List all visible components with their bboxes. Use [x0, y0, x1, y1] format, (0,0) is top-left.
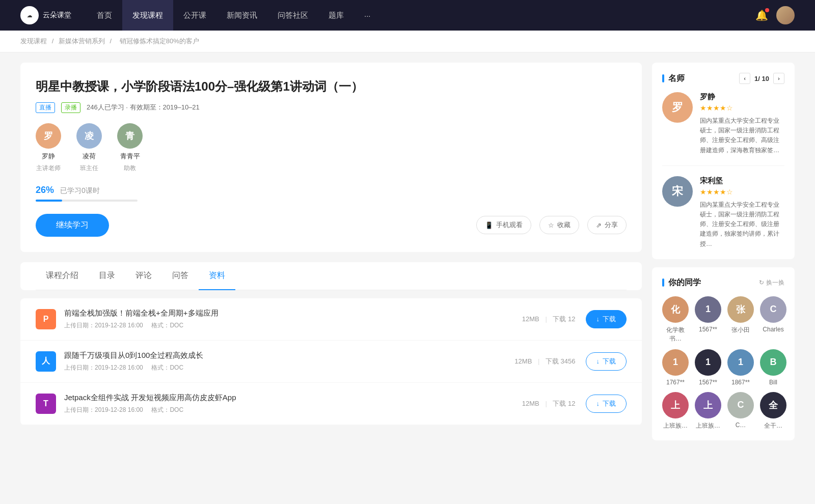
file-item-1: 人 跟随千万级项目从0到100全过程高效成长 上传日期：2019-12-28 1… [20, 341, 642, 383]
classmates-grid: 化 化学教书… 1 1567** 张 张小田 C Charles 1 176 [662, 296, 784, 430]
nav-items: 首页 发现课程 公开课 新闻资讯 问答社区 题库 ··· [87, 0, 755, 31]
tab-intro[interactable]: 课程介绍 [36, 262, 89, 290]
sidebar: 名师 ‹ 1/ 10 › 罗 罗静 ★★★★☆ 国内某重点大学安全工程专业硕士，… [652, 63, 795, 449]
file-format-1: 格式：DOC [151, 364, 183, 371]
share-button[interactable]: ⇗ 分享 [587, 216, 627, 234]
classmate-avatar-0: 化 [662, 296, 689, 323]
classmate-0[interactable]: 化 化学教书… [662, 296, 689, 343]
teacher-name-0: 罗静 [42, 152, 55, 161]
classmate-avatar-7: B [760, 349, 786, 376]
teacher-card-1: 宋 宋利坚 ★★★★☆ 国内某重点大学安全工程专业硕士，国家一级注册消防工程师、… [662, 176, 784, 249]
classmate-name-7: Bill [769, 379, 777, 386]
download-button-1[interactable]: ↓ 下载 [586, 352, 627, 371]
tag-recorded: 录播 [61, 102, 80, 113]
tab-qa[interactable]: 问答 [162, 262, 199, 290]
classmate-1[interactable]: 1 1567** [695, 296, 721, 343]
classmate-avatar-10: C [727, 392, 754, 418]
file-name-2: Jetpack全组件实战 开发短视频应用高仿皮皮虾App [64, 393, 522, 403]
breadcrumb: 发现课程 / 新媒体营销系列 / 销冠修炼术搞定80%的客户 [0, 31, 815, 52]
classmate-avatar-3: C [760, 296, 786, 323]
teacher-card-name-1: 宋利坚 [700, 176, 784, 186]
course-meta-text: 246人已学习 · 有效期至：2019–10–21 [87, 103, 200, 112]
progress-bar-bg [36, 200, 138, 202]
nav-item-more[interactable]: ··· [354, 0, 381, 31]
progress-section: 26% 已学习0课时 [36, 185, 627, 202]
continue-study-button[interactable]: 继续学习 [36, 214, 109, 237]
classmate-2[interactable]: 张 张小田 [727, 296, 754, 343]
download-button-0[interactable]: ↓ 下载 [586, 310, 627, 328]
share-label: 分享 [605, 220, 618, 230]
star-icon: ☆ [548, 221, 554, 229]
file-date-0: 上传日期：2019-12-28 16:00 [64, 322, 143, 329]
logo[interactable]: ☁ 云朵课堂 [20, 6, 71, 24]
notification-bell[interactable]: 🔔 [755, 9, 768, 21]
collect-label: 收藏 [557, 220, 570, 230]
classmate-name-9: 上班族… [696, 422, 720, 430]
teacher-card-info-1: 宋利坚 ★★★★☆ 国内某重点大学安全工程专业硕士，国家一级注册消防工程师、注册… [700, 176, 784, 249]
prev-teacher-button[interactable]: ‹ [739, 73, 750, 84]
share-icon: ⇗ [596, 221, 602, 229]
breadcrumb-discover[interactable]: 发现课程 [20, 37, 47, 45]
file-name-0: 前端全栈加强版！前端全栈+全周期+多端应用 [64, 309, 522, 318]
breadcrumb-series[interactable]: 新媒体营销系列 [59, 37, 105, 45]
collect-button[interactable]: ☆ 收藏 [539, 216, 579, 234]
nav-item-qa[interactable]: 问答社区 [267, 0, 318, 31]
classmate-7[interactable]: B Bill [760, 349, 786, 386]
refresh-classmates-button[interactable]: ↻ 换一换 [759, 278, 784, 287]
file-info-0: 前端全栈加强版！前端全栈+全周期+多端应用 上传日期：2019-12-28 16… [64, 309, 522, 330]
classmate-6[interactable]: 1 1867** [727, 349, 754, 386]
nav-item-open[interactable]: 公开课 [173, 0, 216, 31]
classmate-name-1: 1567** [699, 326, 717, 333]
teacher-role-2: 助教 [124, 164, 136, 173]
nav-item-discover[interactable]: 发现课程 [122, 0, 173, 31]
classmate-8[interactable]: 上 上班族… [662, 392, 689, 430]
mobile-label: 手机观看 [496, 220, 523, 230]
file-size-1: 12MB | 下载 3456 [514, 357, 575, 366]
teacher-avatar-0: 罗 [36, 123, 61, 149]
classmate-avatar-8: 上 [662, 392, 689, 418]
classmate-10[interactable]: C C… [727, 392, 754, 430]
bell-dot [765, 8, 769, 12]
classmate-avatar-11: 全 [760, 392, 786, 418]
download-icon-1: ↓ [596, 357, 600, 365]
file-item-0: P 前端全栈加强版！前端全栈+全周期+多端应用 上传日期：2019-12-28 … [20, 298, 642, 341]
nav-item-news[interactable]: 新闻资讯 [216, 0, 267, 31]
teachers-label: 名师 [668, 73, 685, 84]
teachers-pagination: ‹ 1/ 10 › [739, 73, 784, 84]
mobile-watch-button[interactable]: 📱 手机观看 [476, 216, 531, 234]
teacher-stars-1: ★★★★☆ [700, 188, 784, 196]
tab-review[interactable]: 评论 [125, 262, 162, 290]
classmate-avatar-6: 1 [727, 349, 754, 376]
progress-percent: 26% [36, 185, 54, 195]
classmate-5[interactable]: 1 1567** [695, 349, 721, 386]
download-button-2[interactable]: ↓ 下载 [586, 395, 627, 413]
nav-right: 🔔 [755, 6, 795, 24]
classmate-avatar-2: 张 [727, 296, 754, 323]
teachers-sidebar-card: 名师 ‹ 1/ 10 › 罗 罗静 ★★★★☆ 国内某重点大学安全工程专业硕士，… [652, 63, 795, 259]
teacher-item-1: 凌 凌荷 班主任 [76, 123, 102, 173]
next-teacher-button[interactable]: › [773, 73, 784, 84]
file-size-2: 12MB | 下载 12 [522, 399, 576, 408]
file-size-0: 12MB | 下载 12 [522, 315, 576, 324]
classmate-name-2: 张小田 [731, 326, 750, 334]
classmates-card: 你的同学 ↻ 换一换 化 化学教书… 1 1567** 张 张小田 [652, 267, 795, 440]
nav-item-home[interactable]: 首页 [87, 0, 122, 31]
file-icon-1: 人 [36, 351, 56, 372]
teacher-item-0: 罗 罗静 主讲老师 [36, 123, 61, 173]
tab-catalog[interactable]: 目录 [89, 262, 125, 290]
teacher-avatar-2: 青 [117, 123, 143, 149]
classmate-11[interactable]: 全 全干… [760, 392, 786, 430]
classmate-name-6: 1867** [731, 379, 750, 386]
nav-item-exam[interactable]: 题库 [318, 0, 354, 31]
classmate-9[interactable]: 上 上班族… [695, 392, 721, 430]
classmates-title: 你的同学 [662, 277, 701, 288]
teacher-card-info-0: 罗静 ★★★★☆ 国内某重点大学安全工程专业硕士，国家一级注册消防工程师、注册安… [700, 92, 784, 155]
file-item-2: T Jetpack全组件实战 开发短视频应用高仿皮皮虾App 上传日期：2019… [20, 383, 642, 425]
user-avatar[interactable] [776, 6, 795, 24]
file-info-2: Jetpack全组件实战 开发短视频应用高仿皮皮虾App 上传日期：2019-1… [64, 393, 522, 414]
file-meta-1: 上传日期：2019-12-28 16:00 格式：DOC [64, 363, 514, 372]
teacher-item-2: 青 青青平 助教 [117, 123, 143, 173]
tab-materials[interactable]: 资料 [199, 262, 235, 290]
classmate-4[interactable]: 1 1767** [662, 349, 689, 386]
classmate-3[interactable]: C Charles [760, 296, 786, 343]
